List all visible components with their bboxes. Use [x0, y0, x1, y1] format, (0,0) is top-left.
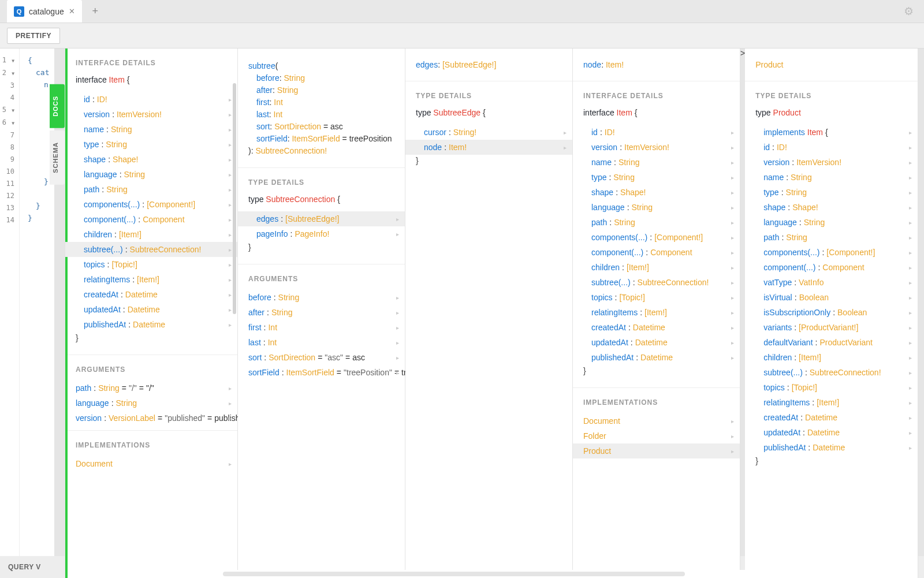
field-row[interactable]: relatingItems: [Item!] ▸	[65, 272, 237, 287]
field-row[interactable]: publishedAt: Datetime ▸	[745, 440, 918, 455]
chevron-right-icon: ▸	[909, 249, 912, 256]
chevron-right-icon: ▸	[396, 216, 399, 222]
field-row[interactable]: subtree(...): SubtreeConnection! ▸	[745, 365, 918, 380]
field-row[interactable]: component(...): Component ▸	[573, 245, 740, 260]
chevron-right-icon: ▸	[229, 385, 232, 391]
field-row[interactable]: children: [Item!] ▸	[65, 227, 237, 242]
field-row[interactable]: createdAt: Datetime ▸	[573, 320, 740, 335]
field-row[interactable]: edges: [SubtreeEdge!] ▸	[238, 211, 405, 226]
field-row[interactable]: type: String ▸	[65, 137, 237, 152]
argument-row[interactable]: version: VersionLabel = "published" = pu…	[65, 411, 237, 426]
field-row[interactable]: node: Item! ▸	[405, 140, 572, 155]
schema-tab[interactable]: SCHEMA	[50, 130, 65, 185]
field-row[interactable]: createdAt: Datetime ▸	[745, 410, 918, 425]
chevron-right-icon: ▸	[229, 247, 232, 253]
chevron-right-icon: ▸	[731, 279, 734, 286]
argument-row[interactable]: sortField: ItemSortField = "treePosition…	[238, 365, 405, 380]
scrollbar[interactable]	[233, 83, 236, 314]
field-row[interactable]: shape: Shape! ▸	[65, 152, 237, 167]
field-row[interactable]: topics: [Topic!] ▸	[573, 290, 740, 305]
gear-icon[interactable]: ⚙	[904, 5, 914, 18]
field-row[interactable]: type: String ▸	[573, 170, 740, 185]
editor[interactable]: { cat n } } }	[20, 49, 54, 578]
argument-row[interactable]: path: String = "/" = "/" ▸	[65, 381, 237, 396]
argument-row[interactable]: language: String ▸	[65, 396, 237, 411]
field-row[interactable]: version: ItemVersion! ▸	[65, 107, 237, 122]
fold-icon[interactable]: ▼	[12, 68, 14, 80]
panel-product: Product TYPE DETAILS type Product implem…	[745, 49, 918, 578]
type-header: type Product	[745, 107, 918, 125]
implements-row[interactable]: implements Item { ▸	[745, 125, 918, 140]
implementation-row[interactable]: Product ▸	[573, 443, 740, 458]
field-row[interactable]: type: String ▸	[745, 185, 918, 200]
field-row[interactable]: children: [Item!] ▸	[745, 350, 918, 365]
add-tab-button[interactable]: +	[88, 4, 103, 19]
field-row[interactable]: components(...): [Component!] ▸	[573, 230, 740, 245]
close-icon[interactable]: ✕	[69, 7, 75, 16]
fold-icon[interactable]: ▼	[12, 55, 14, 67]
field-row[interactable]: updatedAt: Datetime ▸	[745, 425, 918, 440]
field-row[interactable]: name: String ▸	[65, 122, 237, 137]
field-row[interactable]: id: ID! ▸	[745, 140, 918, 155]
field-row[interactable]: updatedAt: Datetime ▸	[65, 302, 237, 317]
implementation-row[interactable]: Document ▸	[65, 456, 237, 471]
field-row[interactable]: pageInfo: PageInfo! ▸	[238, 226, 405, 241]
field-row[interactable]: subtree(...): SubtreeConnection! ▸	[65, 242, 237, 257]
argument-row[interactable]: first: Int ▸	[238, 320, 405, 335]
field-row[interactable]: path: String ▸	[745, 230, 918, 245]
docs-tab[interactable]: DOCS	[50, 84, 65, 128]
field-row[interactable]: path: String ▸	[573, 215, 740, 230]
field-row[interactable]: subtree(...): SubtreeConnection! ▸	[573, 275, 740, 290]
panel-interface-item: INTERFACE DETAILS interface Item { id: I…	[65, 49, 238, 578]
field-row[interactable]: defaultVariant: ProductVariant ▸	[745, 335, 918, 350]
field-row[interactable]: component(...): Component ▸	[745, 260, 918, 275]
field-row[interactable]: relatingItems: [Item!] ▸	[745, 395, 918, 410]
argument-row[interactable]: before: String ▸	[238, 290, 405, 305]
argument-row[interactable]: last: Int ▸	[238, 335, 405, 350]
field-row[interactable]: language: String ▸	[745, 215, 918, 230]
argument-row[interactable]: sort: SortDirection = "asc" = asc ▸	[238, 350, 405, 365]
field-row[interactable]: cursor: String! ▸	[405, 125, 572, 140]
field-row[interactable]: name: String ▸	[573, 155, 740, 170]
field-row[interactable]: version: ItemVersion! ▸	[745, 155, 918, 170]
field-row[interactable]: components(...): [Component!] ▸	[65, 197, 237, 212]
field-row[interactable]: id: ID! ▸	[573, 125, 740, 140]
horizontal-scrollbar[interactable]	[223, 570, 829, 578]
chevron-right-icon: ▸	[229, 292, 232, 298]
fold-icon[interactable]: ▼	[12, 105, 14, 117]
panel-node: node: Item! INTERFACE DETAILS interface …	[573, 49, 740, 578]
field-row[interactable]: components(...): [Component!] ▸	[745, 245, 918, 260]
field-row[interactable]: updatedAt: Datetime ▸	[573, 335, 740, 350]
field-row[interactable]: shape: Shape! ▸	[745, 200, 918, 215]
field-row[interactable]: publishedAt: Datetime ▸	[65, 317, 237, 332]
field-row[interactable]: publishedAt: Datetime ▸	[573, 350, 740, 365]
field-row[interactable]: relatingItems: [Item!] ▸	[573, 305, 740, 320]
fold-icon[interactable]: ▼	[12, 117, 14, 129]
chevron-right-icon: ▸	[731, 340, 734, 346]
field-row[interactable]: language: String ▸	[573, 200, 740, 215]
argument-row[interactable]: after: String ▸	[238, 305, 405, 320]
field-row[interactable]: vatType: VatInfo ▸	[745, 275, 918, 290]
chevron-right-icon: ▸	[909, 309, 912, 316]
field-row[interactable]: path: String ▸	[65, 182, 237, 197]
implementation-row[interactable]: Folder ▸	[573, 428, 740, 443]
field-row[interactable]: version: ItemVersion! ▸	[573, 140, 740, 155]
field-row[interactable]: isVirtual: Boolean ▸	[745, 290, 918, 305]
field-row[interactable]: language: String ▸	[65, 167, 237, 182]
field-row[interactable]: createdAt: Datetime ▸	[65, 287, 237, 302]
field-row[interactable]: id: ID! ▸	[65, 92, 237, 107]
field-row[interactable]: shape: Shape! ▸	[573, 185, 740, 200]
chevron-right-icon: ▸	[731, 144, 734, 151]
field-row[interactable]: isSubscriptionOnly: Boolean ▸	[745, 305, 918, 320]
field-row[interactable]: children: [Item!] ▸	[573, 260, 740, 275]
field-row[interactable]: variants: [ProductVariant!] ▸	[745, 320, 918, 335]
field-row[interactable]: name: String ▸	[745, 170, 918, 185]
field-row[interactable]: topics: [Topic!] ▸	[65, 257, 237, 272]
prettify-button[interactable]: PRETTIFY	[7, 28, 60, 44]
chevron-right-icon: ▸	[909, 144, 912, 151]
field-row[interactable]: topics: [Topic!] ▸	[745, 380, 918, 395]
implementation-row[interactable]: Document ▸	[573, 413, 740, 428]
field-row[interactable]: component(...): Component ▸	[65, 212, 237, 227]
tab[interactable]: Q catalogue ✕	[7, 0, 82, 23]
field-signature: subtree( before: Stringafter: Stringfirs…	[238, 49, 405, 163]
